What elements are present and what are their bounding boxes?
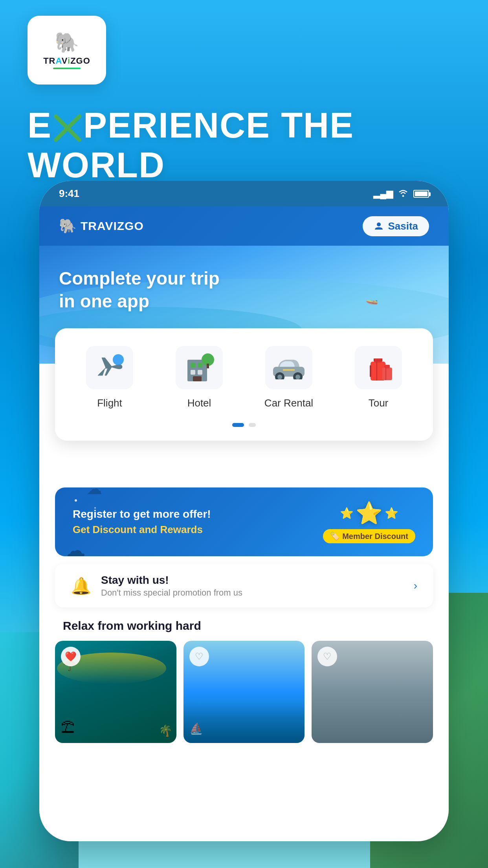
star-left: ⭐ — [340, 507, 354, 520]
promo-banner[interactable]: ☁ ☁ Register to get more offer! Get Disc… — [55, 487, 433, 556]
hotel-service-item[interactable]: Hotel — [158, 346, 240, 409]
svg-rect-6 — [198, 363, 202, 368]
photo-card-1[interactable]: ⛱ 🌴 ☂ ❤️ — [55, 641, 176, 743]
user-profile-button[interactable]: Sasita — [363, 216, 429, 236]
dot-1 — [232, 423, 244, 427]
cloud-decoration: ☁ — [63, 537, 86, 556]
status-time: 9:41 — [59, 188, 373, 200]
sparkle-1 — [75, 499, 77, 502]
services-grid: Flight — [69, 346, 419, 409]
logo-card: 🐘 TRAViZGO — [28, 16, 106, 85]
heart-button-2[interactable]: ♡ — [189, 647, 209, 666]
stay-title: Stay with us! — [101, 574, 404, 587]
status-bar: 9:41 ▂▄▆ — [39, 181, 449, 206]
svg-rect-8 — [198, 370, 202, 375]
svg-rect-7 — [191, 370, 195, 375]
star-right: ⭐ — [385, 507, 398, 520]
discount-icon: 🏷️ — [330, 531, 340, 541]
flight-service-item[interactable]: Flight — [69, 346, 150, 409]
phone-content: 🐘 TRAVIZGO Sasita 🚤 Comp — [39, 206, 449, 841]
carousel-dots — [69, 423, 419, 427]
svg-point-14 — [277, 375, 282, 379]
stay-text-area: Stay with us! Don't miss special promoti… — [101, 574, 404, 598]
photo-card-2[interactable]: ⛵ ♡ — [183, 641, 305, 743]
tour-service-item[interactable]: Tour — [338, 346, 419, 409]
nav-logo: 🐘 TRAVIZGO — [59, 218, 144, 234]
svg-point-16 — [295, 375, 300, 379]
tour-label: Tour — [369, 397, 389, 409]
photo-card-3[interactable]: ♡ — [312, 641, 433, 743]
hero-headline: E PERIENCE THE WORLD — [28, 106, 460, 185]
hotel-icon-box — [176, 346, 223, 389]
status-icons: ▂▄▆ — [373, 188, 429, 199]
heart-button-3[interactable]: ♡ — [317, 647, 337, 666]
bell-icon: 🔔 — [71, 576, 91, 596]
x-logo-icon — [52, 106, 83, 146]
hero-text-area: E PERIENCE THE WORLD — [28, 106, 460, 185]
star-center: ⭐ — [356, 500, 383, 526]
promo-title: Register to get more offer! — [73, 508, 323, 520]
svg-rect-20 — [370, 365, 371, 377]
wifi-icon — [398, 188, 409, 199]
elephant-icon: 🐘 — [55, 31, 79, 54]
heart-button-1[interactable]: ❤️ — [61, 647, 81, 666]
photo-cards-row: ⛱ 🌴 ☂ ❤️ ⛵ ♡ ♡ — [55, 641, 433, 743]
phone-hero-text: Complete your trip in one app — [59, 267, 220, 313]
section-title: Relax from working hard — [63, 619, 201, 633]
chevron-right-icon: › — [414, 579, 417, 592]
svg-rect-9 — [193, 376, 202, 381]
dot-2 — [249, 423, 256, 427]
boat-small: ⛵ — [189, 722, 203, 735]
tour-icon-box — [355, 346, 402, 389]
stars-group: ⭐ ⭐ ⭐ — [340, 500, 398, 526]
member-badge-label: Member Discount — [342, 532, 408, 541]
promo-reward-area: ⭐ ⭐ ⭐ 🏷️ Member Discount — [323, 500, 415, 543]
palm-icon: 🌴 — [159, 724, 172, 737]
cloud-decoration-2: ☁ — [86, 487, 102, 498]
promo-text-area: Register to get more offer! Get Discount… — [73, 508, 323, 536]
car-rental-service-item[interactable]: Car Rental — [248, 346, 330, 409]
car-icon-box — [265, 346, 312, 389]
battery-icon — [413, 190, 429, 198]
boat-icon: 🚤 — [365, 293, 378, 305]
hotel-label: Hotel — [187, 397, 211, 409]
flight-label: Flight — [97, 397, 122, 409]
stay-banner[interactable]: 🔔 Stay with us! Don't miss special promo… — [55, 564, 433, 607]
svg-rect-5 — [191, 363, 195, 368]
stay-subtitle: Don't miss special promotion from us — [101, 588, 404, 598]
nav-elephant-icon: 🐘 — [59, 218, 77, 234]
services-panel: Flight — [55, 328, 433, 441]
signal-icon: ▂▄▆ — [373, 189, 393, 199]
member-discount-badge: 🏷️ Member Discount — [323, 529, 415, 543]
logo-underline — [53, 68, 81, 69]
logo-text: TRAViZGO — [43, 56, 90, 66]
svg-point-3 — [113, 354, 124, 365]
user-name-label: Sasita — [388, 220, 418, 232]
phone-nav: 🐘 TRAVIZGO Sasita — [39, 206, 449, 246]
svg-point-0 — [377, 223, 381, 226]
promo-subtitle: Get Discount and Rewards — [73, 524, 323, 536]
nav-logo-text: TRAVIZGO — [81, 219, 144, 233]
phone-mockup: 9:41 ▂▄▆ 🐘 TRAVIZGO — [39, 181, 449, 841]
car-rental-label: Car Rental — [264, 397, 313, 409]
umbrella-icon: ⛱ — [61, 719, 75, 735]
flight-icon-box — [86, 346, 133, 389]
svg-rect-11 — [207, 364, 209, 368]
svg-rect-23 — [382, 368, 392, 380]
